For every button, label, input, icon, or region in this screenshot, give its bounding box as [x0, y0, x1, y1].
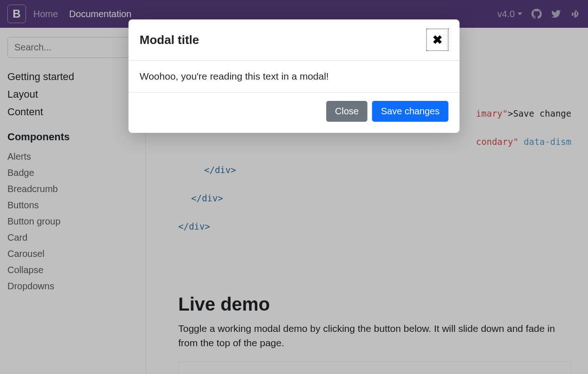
- modal-footer: Close Save changes: [129, 92, 460, 133]
- modal-header: Modal title ✖: [129, 19, 460, 61]
- modal-close-secondary-button[interactable]: Close: [326, 101, 368, 122]
- modal-dialog: Modal title ✖ Woohoo, you're reading thi…: [129, 19, 460, 133]
- modal-title: Modal title: [140, 33, 200, 47]
- close-icon: ✖: [432, 33, 443, 47]
- modal-body: Woohoo, you're reading this text in a mo…: [129, 61, 460, 92]
- modal-save-button[interactable]: Save changes: [372, 101, 449, 122]
- modal-close-button[interactable]: ✖: [426, 29, 449, 51]
